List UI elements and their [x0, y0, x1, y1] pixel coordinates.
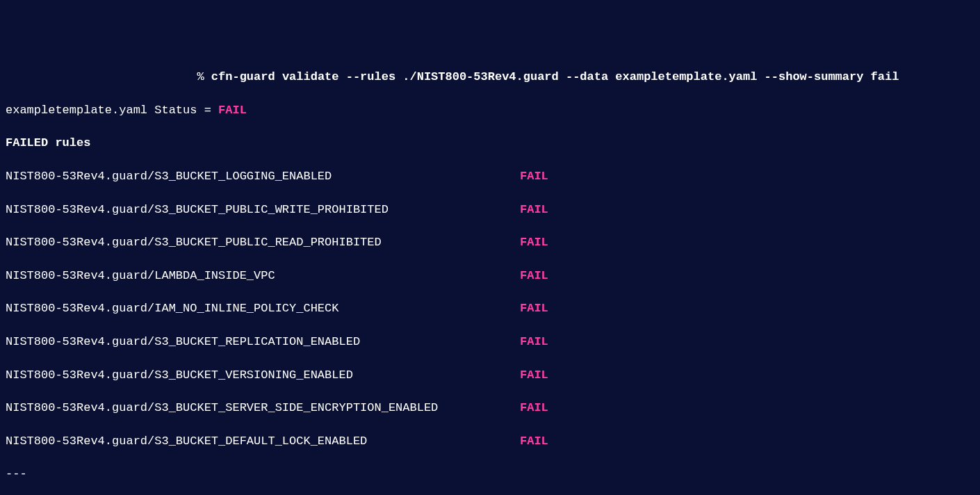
rule-name: NIST800-53Rev4.guard/S3_BUCKET_REPLICATI…: [6, 334, 520, 350]
rule-name: NIST800-53Rev4.guard/IAM_NO_INLINE_POLIC…: [6, 300, 520, 317]
rule-row: NIST800-53Rev4.guard/S3_BUCKET_PUBLIC_WR…: [6, 202, 974, 218]
divider: ---: [6, 466, 974, 482]
command-text: cfn-guard validate --rules ./NIST800-53R…: [211, 70, 899, 83]
rule-row: NIST800-53Rev4.guard/LAMBDA_INSIDE_VPCFA…: [6, 268, 974, 284]
prompt: %: [197, 70, 211, 83]
rule-name: NIST800-53Rev4.guard/S3_BUCKET_VERSIONIN…: [6, 367, 520, 384]
rule-status: FAIL: [520, 234, 548, 251]
rule-name: NIST800-53Rev4.guard/LAMBDA_INSIDE_VPC: [6, 268, 520, 284]
status-prefix: exampletemplate.yaml Status =: [6, 104, 218, 117]
rule-name: NIST800-53Rev4.guard/S3_BUCKET_LOGGING_E…: [6, 168, 520, 185]
rule-name: NIST800-53Rev4.guard/S3_BUCKET_SERVER_SI…: [6, 400, 520, 416]
rule-status: FAIL: [520, 334, 548, 350]
rule-status: FAIL: [520, 268, 548, 284]
rule-row: NIST800-53Rev4.guard/S3_BUCKET_VERSIONIN…: [6, 367, 974, 384]
rule-name: NIST800-53Rev4.guard/S3_BUCKET_PUBLIC_WR…: [6, 202, 520, 218]
rule-status: FAIL: [520, 168, 548, 185]
command-line: % cfn-guard validate --rules ./NIST800-5…: [6, 69, 974, 86]
status-line: exampletemplate.yaml Status = FAIL: [6, 102, 974, 119]
rule-name: NIST800-53Rev4.guard/S3_BUCKET_DEFAULT_L…: [6, 433, 520, 450]
rule-status: FAIL: [520, 433, 548, 450]
rule-row: NIST800-53Rev4.guard/S3_BUCKET_DEFAULT_L…: [6, 433, 974, 450]
rule-row: NIST800-53Rev4.guard/S3_BUCKET_PUBLIC_RE…: [6, 234, 974, 251]
rule-row: NIST800-53Rev4.guard/S3_BUCKET_LOGGING_E…: [6, 168, 974, 185]
status-value: FAIL: [218, 104, 247, 117]
rule-name: NIST800-53Rev4.guard/S3_BUCKET_PUBLIC_RE…: [6, 234, 520, 251]
rule-status: FAIL: [520, 367, 548, 384]
rule-row: NIST800-53Rev4.guard/S3_BUCKET_REPLICATI…: [6, 334, 974, 350]
rule-status: FAIL: [520, 300, 548, 317]
rule-status: FAIL: [520, 202, 548, 218]
rule-row: NIST800-53Rev4.guard/S3_BUCKET_SERVER_SI…: [6, 400, 974, 416]
rule-row: NIST800-53Rev4.guard/IAM_NO_INLINE_POLIC…: [6, 300, 974, 317]
failed-rules-header: FAILED rules: [6, 135, 974, 152]
rule-status: FAIL: [520, 400, 548, 416]
